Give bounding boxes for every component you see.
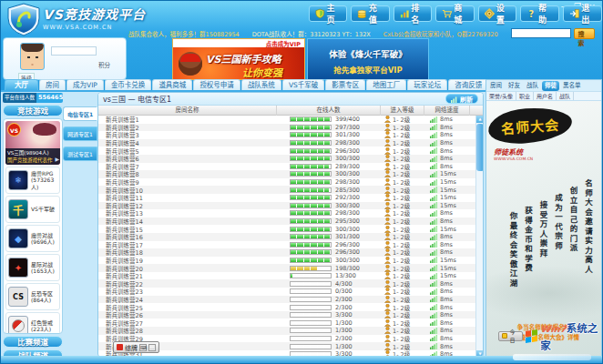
main-tab[interactable]: 金币卡兑换 <box>105 79 152 90</box>
game-item-counterstrike[interactable]: CS 反恐专区(864人) <box>5 283 60 310</box>
shield-icon <box>315 8 325 19</box>
chevron-right-icon[interactable]: ▶ <box>55 156 59 162</box>
ping-signal-icon <box>430 288 438 295</box>
occupancy-bar <box>290 195 332 200</box>
main-tab[interactable]: 咨询反馈 <box>448 79 488 90</box>
game-item-redalert[interactable]: 红色警戒(223人) <box>5 312 60 334</box>
occupancy-bar <box>290 297 332 302</box>
banner-sanguo-guide[interactable]: 点击成为VIP VS三国新手攻略 让你变强 <box>172 38 305 80</box>
game-item-starcraft[interactable]: ✦ 星际对战(1653人) <box>5 254 60 281</box>
ping-signal-icon <box>430 319 438 326</box>
games-category-button[interactable]: 竞技游戏 <box>3 105 63 116</box>
rank-button[interactable]: 排名 <box>393 5 432 22</box>
main-tab[interactable]: 战队系统 <box>241 79 281 90</box>
zone-tab-netcom[interactable]: 网通专区1 <box>63 126 97 141</box>
ping-signal-icon <box>430 163 438 169</box>
ime-settings-icon[interactable]: … <box>148 344 156 351</box>
main-tab[interactable]: 成为VIP <box>66 79 104 90</box>
home-button[interactable]: 主页 <box>309 5 347 22</box>
social-tab[interactable]: 房间 <box>487 81 505 91</box>
ping-signal-icon <box>430 328 438 334</box>
occupancy-bar <box>290 187 332 193</box>
ping-signal-icon <box>430 234 438 240</box>
breadcrumb: vs三国 — 电信专区1 <box>103 94 171 104</box>
ime-mode-label[interactable]: 综牌 <box>125 343 138 352</box>
refresh-button[interactable]: 刷新 <box>445 94 478 104</box>
social-columns: 荣誉/头像职业用户名战队 <box>486 91 601 101</box>
occupancy-bar <box>290 312 332 318</box>
occupancy-bar <box>290 140 332 146</box>
game-item-warcraft-rpg[interactable]: ❄ 魔兽RPG(573263人) <box>5 167 60 194</box>
occupancy-bar <box>290 227 332 232</box>
zone-tab-telecom[interactable]: 电信专区1 <box>63 106 97 121</box>
warcraft-rpg-icon: ❄ <box>8 170 28 190</box>
featured-game-sanguo[interactable]: VS VS三国(98904人) 国产竞技游戏代表作 ▶ <box>5 121 60 165</box>
ad-verse: 获得金币和学费 <box>523 179 534 325</box>
game-item-warcraft-battle[interactable]: ◆ 魔兽对战(9696人) <box>5 225 60 252</box>
column-network-speed[interactable]: 网络速度 <box>424 106 470 116</box>
ime-logo-icon[interactable] <box>117 344 123 350</box>
watermark-chip: 今日 <box>498 331 523 341</box>
right-panel: 房间好友战队师徒黑名单 荣誉/头像职业用户名战队 名师大会 师徒系统 WWW.V… <box>485 79 602 358</box>
main-tab[interactable]: 玩家论坛 <box>407 79 447 90</box>
ime-toolbar[interactable]: 综牌 ⌨ … <box>113 341 159 353</box>
main-tab[interactable]: 授权号申请 <box>193 79 240 90</box>
bar-chart-icon <box>400 8 410 19</box>
ink-brush-shape: 名师大会 <box>487 106 573 146</box>
svg-text:?: ? <box>529 9 535 19</box>
zone-tab-test[interactable]: 测试专区1 <box>63 147 97 161</box>
column-online-count[interactable]: 在线人数 <box>277 106 381 116</box>
table-header: 房间名称 在线人数 进入等级 网络速度 <box>98 106 483 116</box>
occupancy-bar <box>290 320 332 326</box>
occupancy-bar <box>290 171 332 177</box>
avatar[interactable] <box>20 43 45 70</box>
main-tab[interactable]: 影票专区 <box>325 79 365 90</box>
occupancy-bar <box>290 234 332 239</box>
main-tab[interactable]: 大厅 <box>5 79 38 90</box>
column-room-name[interactable]: 房间名称 <box>98 106 277 116</box>
social-tab[interactable]: 师徒 <box>542 81 559 91</box>
ime-keyboard-icon[interactable]: ⌨ <box>139 344 147 351</box>
occupancy-bar <box>290 210 332 216</box>
help-button[interactable]: ? 帮助 <box>520 5 558 22</box>
exit-button[interactable]: 退出 <box>563 5 602 22</box>
main-tab[interactable]: 房间 <box>39 79 66 90</box>
settings-button[interactable]: 设置 <box>478 5 516 22</box>
social-tab[interactable]: 黑名单 <box>560 81 584 91</box>
game-list-panel: VS VS三国(98904人) 国产竞技游戏代表作 ▶ ❄ 魔兽RPG(5732… <box>3 118 63 334</box>
match-channel-button[interactable]: 比赛频道 <box>3 336 63 348</box>
search-button[interactable]: 搜索 <box>574 28 595 39</box>
scrollbar-thumb[interactable] <box>476 124 484 171</box>
social-tab[interactable]: 战队 <box>524 81 541 91</box>
scroll-up-icon[interactable]: ▲ <box>476 116 484 123</box>
ticker-segment: DOTA战队收人！群：33120323 YT：132X <box>252 29 371 38</box>
banner-title: VS三国新手攻略 <box>206 51 281 66</box>
recharge-button[interactable]: 充值 <box>351 5 389 22</box>
vs-logo-icon: VS <box>7 123 21 136</box>
username-field <box>51 46 97 56</box>
main-tab[interactable]: VS千军破 <box>282 79 324 90</box>
online-counter: 平台在线人数 556465人 <box>3 93 63 103</box>
ping-signal-icon <box>430 273 438 279</box>
ping-signal-icon <box>430 187 438 193</box>
table-scrollbar[interactable]: ▲ ▼ <box>475 116 483 358</box>
mall-button[interactable]: 商城 <box>435 5 475 22</box>
main-tabbar: 大厅房间成为VIP金币卡兑换道具商城授权号申请战队系统VS千军破影票专区地图工厂… <box>1 80 485 92</box>
search-input[interactable] <box>511 28 571 38</box>
ticker-segment: 战队集合收人，福利多多！群150882954 <box>128 29 240 38</box>
ping-signal-icon <box>430 312 438 318</box>
banner-qianjunpo-vip[interactable]: 体验《烽火千军破》 抢先拿独家平台VIP <box>307 38 429 80</box>
ping-signal-icon <box>430 257 438 263</box>
column-entry-level[interactable]: 进入等级 <box>381 106 424 116</box>
ad-verse: 接受万人崇拜 <box>537 179 548 325</box>
ping-signal-icon <box>430 218 438 225</box>
main-tab[interactable]: 道具商城 <box>152 79 192 90</box>
ping-signal-icon <box>430 132 438 138</box>
occupancy-bar <box>290 336 332 341</box>
social-tab[interactable]: 好友 <box>506 81 523 91</box>
warcraft-battle-icon: ◆ <box>8 228 28 248</box>
main-tab[interactable]: 地图工厂 <box>366 79 406 90</box>
game-item-qianjunpo[interactable]: 千 VS千军破 <box>5 196 60 223</box>
coins-icon <box>357 8 367 19</box>
become-vip-link[interactable]: 点击成为VIP <box>266 39 301 48</box>
